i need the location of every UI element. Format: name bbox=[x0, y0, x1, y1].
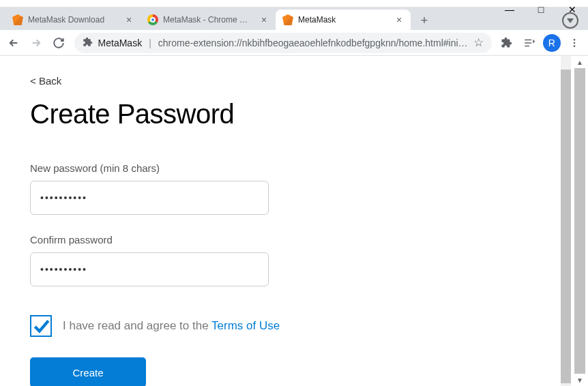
tos-text: I have read and agree to the Terms of Us… bbox=[63, 319, 280, 333]
close-icon[interactable]: × bbox=[394, 15, 404, 25]
window-minimize[interactable]: — bbox=[494, 0, 525, 19]
tab-title: MetaMask Download bbox=[28, 15, 119, 25]
scrollbar-thumb[interactable] bbox=[561, 70, 571, 383]
confirm-password-input[interactable] bbox=[30, 252, 269, 286]
back-button[interactable] bbox=[4, 32, 24, 54]
close-icon[interactable]: × bbox=[124, 15, 134, 25]
create-button[interactable]: Create bbox=[30, 357, 146, 386]
svg-point-1 bbox=[573, 42, 575, 44]
scroll-up-icon[interactable]: ▲ bbox=[572, 56, 588, 68]
extension-icon bbox=[83, 37, 93, 49]
check-icon bbox=[32, 317, 50, 335]
back-link[interactable]: < Back bbox=[30, 75, 530, 87]
new-tab-button[interactable]: + bbox=[415, 11, 434, 30]
url-origin: MetaMask bbox=[98, 38, 143, 48]
reading-list-icon[interactable] bbox=[519, 32, 539, 54]
chrome-store-icon bbox=[147, 14, 158, 25]
outer-scrollbar[interactable]: ▲ ▼ bbox=[572, 56, 588, 386]
metamask-fox-icon bbox=[12, 14, 23, 25]
new-password-label: New password (min 8 chars) bbox=[30, 162, 530, 174]
scroll-down-icon[interactable]: ▼ bbox=[572, 374, 588, 386]
close-icon[interactable]: × bbox=[259, 15, 269, 25]
forward-button[interactable] bbox=[27, 32, 46, 54]
inner-scrollbar[interactable] bbox=[560, 56, 572, 386]
extensions-icon[interactable] bbox=[497, 32, 517, 54]
browser-tab-active[interactable]: MetaMask × bbox=[276, 10, 411, 30]
new-password-input[interactable] bbox=[30, 181, 269, 215]
tos-link[interactable]: Terms of Use bbox=[211, 319, 280, 332]
svg-point-2 bbox=[573, 45, 575, 47]
page-title: Create Password bbox=[30, 99, 530, 130]
address-bar[interactable]: MetaMask | chrome-extension://nkbihfbeog… bbox=[74, 33, 492, 53]
browser-tab[interactable]: MetaMask - Chrome Web × bbox=[141, 10, 276, 30]
url-path: chrome-extension://nkbihfbeogaeaoehlefnk… bbox=[158, 38, 468, 48]
browser-toolbar: MetaMask | chrome-extension://nkbihfbeog… bbox=[0, 30, 588, 56]
svg-point-0 bbox=[573, 39, 575, 41]
window-controls: — □ ✕ bbox=[494, 0, 588, 19]
kebab-menu-icon[interactable] bbox=[564, 32, 584, 54]
page-content: < Back Create Password New password (min… bbox=[0, 56, 560, 386]
tos-checkbox[interactable] bbox=[30, 315, 52, 337]
confirm-password-label: Confirm password bbox=[30, 234, 530, 246]
browser-tab[interactable]: MetaMask Download × bbox=[5, 10, 141, 30]
star-icon[interactable]: ☆ bbox=[473, 35, 484, 50]
scrollbar-thumb[interactable] bbox=[574, 68, 585, 374]
window-maximize[interactable]: □ bbox=[525, 0, 557, 19]
window-close[interactable]: ✕ bbox=[557, 0, 588, 19]
tab-title: MetaMask bbox=[298, 15, 389, 25]
metamask-fox-icon bbox=[282, 14, 293, 25]
profile-avatar[interactable]: R bbox=[542, 32, 561, 54]
tab-title: MetaMask - Chrome Web bbox=[163, 15, 254, 25]
reload-button[interactable] bbox=[49, 32, 69, 54]
